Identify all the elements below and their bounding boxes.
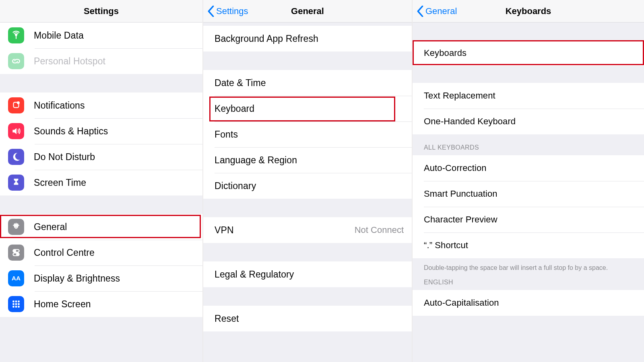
row-keyboards[interactable]: Keyboards [413, 40, 644, 66]
section-header-all-keyboards: ALL KEYBOARDS [413, 134, 644, 155]
chevron-left-icon [207, 6, 215, 17]
row-label: Text Replacement [424, 90, 495, 101]
row-do-not-disturb[interactable]: Do Not Disturb [0, 144, 202, 170]
back-to-settings[interactable]: Settings [207, 0, 248, 22]
chevron-left-icon [417, 6, 424, 17]
row-label: Date & Time [215, 78, 266, 88]
svg-point-7 [17, 253, 18, 255]
row-reset[interactable]: Reset [203, 306, 412, 331]
row-home-screen[interactable]: Home Screen [0, 291, 202, 317]
row-label: Auto-Correction [424, 163, 487, 173]
back-label: Settings [216, 6, 248, 16]
settings-panel: Settings Mobile Data Personal Hotspot [0, 0, 203, 362]
row-label: Fonts [215, 129, 238, 140]
svg-rect-9 [12, 300, 14, 302]
toggles-icon [8, 245, 24, 261]
row-label: Language & Region [215, 155, 297, 166]
row-label: Legal & Regulatory [215, 269, 294, 280]
row-dictionary[interactable]: Dictionary [203, 173, 412, 199]
navbar-keyboards: General Keyboards [413, 0, 644, 23]
row-auto-capitalisation[interactable]: Auto-Capitalisation [413, 290, 644, 316]
row-label: “.” Shortcut [424, 240, 468, 251]
row-label: Background App Refresh [215, 33, 318, 44]
row-language-region[interactable]: Language & Region [203, 147, 412, 173]
link-icon [8, 53, 24, 69]
speaker-icon [8, 123, 24, 139]
row-fonts[interactable]: Fonts [203, 121, 412, 147]
svg-rect-13 [15, 303, 17, 305]
grid-icon [8, 296, 24, 312]
navbar-settings: Settings [0, 0, 202, 23]
moon-icon [8, 149, 24, 165]
row-label: Auto-Capitalisation [424, 298, 499, 308]
back-label: General [425, 6, 457, 16]
back-to-general[interactable]: General [417, 0, 457, 22]
nav-title: General [291, 6, 324, 16]
row-label: Dictionary [215, 181, 256, 191]
row-screen-time[interactable]: Screen Time [0, 170, 202, 195]
row-label: Sounds & Haptics [34, 126, 108, 137]
row-vpn[interactable]: VPN Not Connect [203, 217, 412, 243]
row-one-handed-keyboard[interactable]: One-Handed Keyboard [413, 109, 644, 134]
row-label: Smart Punctuation [424, 189, 497, 199]
row-smart-punctuation[interactable]: Smart Punctuation [413, 181, 644, 207]
row-label: Character Preview [424, 214, 497, 225]
row-control-centre[interactable]: Control Centre [0, 240, 202, 265]
row-sounds-haptics[interactable]: Sounds & Haptics [0, 118, 202, 144]
row-label: Keyboard [215, 103, 254, 114]
section-header-english: ENGLISH [413, 276, 644, 290]
section-footer-shortcut: Double-tapping the space bar will insert… [413, 258, 644, 276]
row-label: Personal Hotspot [34, 56, 105, 67]
row-label: One-Handed Keyboard [424, 116, 516, 127]
aa-icon: AA [8, 270, 24, 286]
svg-point-5 [14, 250, 16, 252]
row-keyboard[interactable]: Keyboard [203, 96, 412, 121]
general-panel: Settings General Background App Refresh … [203, 0, 413, 362]
svg-rect-17 [18, 306, 19, 307]
bell-icon [8, 97, 24, 113]
antenna-icon [8, 27, 24, 43]
svg-rect-14 [18, 303, 19, 305]
svg-rect-12 [12, 303, 14, 305]
row-notifications[interactable]: Notifications [0, 93, 202, 118]
row-background-app-refresh[interactable]: Background App Refresh [203, 26, 412, 51]
row-label: Control Centre [34, 247, 95, 258]
row-label: Keyboards [424, 48, 466, 58]
svg-rect-10 [15, 300, 17, 302]
row-label: VPN [215, 225, 234, 236]
row-legal-regulatory[interactable]: Legal & Regulatory [203, 261, 412, 287]
row-label: General [34, 222, 67, 232]
svg-rect-11 [18, 300, 19, 302]
row-label: Home Screen [34, 299, 91, 310]
row-label: Notifications [34, 100, 85, 111]
row-label: Do Not Disturb [34, 152, 95, 162]
row-label: Screen Time [34, 177, 86, 188]
row-detail: Not Connect [355, 225, 404, 235]
hourglass-icon [8, 175, 24, 191]
svg-rect-15 [12, 306, 14, 307]
row-personal-hotspot[interactable]: Personal Hotspot [0, 48, 202, 74]
row-label: Display & Brightness [34, 273, 120, 284]
row-label: Reset [215, 313, 239, 324]
row-label: Mobile Data [34, 30, 84, 41]
row-auto-correction[interactable]: Auto-Correction [413, 155, 644, 181]
row-text-replacement[interactable]: Text Replacement [413, 83, 644, 109]
gear-icon [8, 219, 24, 235]
navbar-general: Settings General [203, 0, 412, 23]
keyboards-panel: General Keyboards Keyboards Text Replace… [413, 0, 644, 362]
svg-text:AA: AA [12, 275, 21, 282]
row-general[interactable]: General [0, 214, 202, 240]
row-character-preview[interactable]: Character Preview [413, 207, 644, 232]
svg-rect-16 [15, 306, 17, 307]
row-dot-shortcut[interactable]: “.” Shortcut [413, 232, 644, 258]
row-mobile-data[interactable]: Mobile Data [0, 23, 202, 48]
nav-title: Settings [84, 6, 119, 16]
nav-title: Keyboards [506, 6, 551, 16]
row-display-brightness[interactable]: AA Display & Brightness [0, 265, 202, 291]
svg-point-2 [17, 101, 20, 104]
row-date-time[interactable]: Date & Time [203, 70, 412, 96]
